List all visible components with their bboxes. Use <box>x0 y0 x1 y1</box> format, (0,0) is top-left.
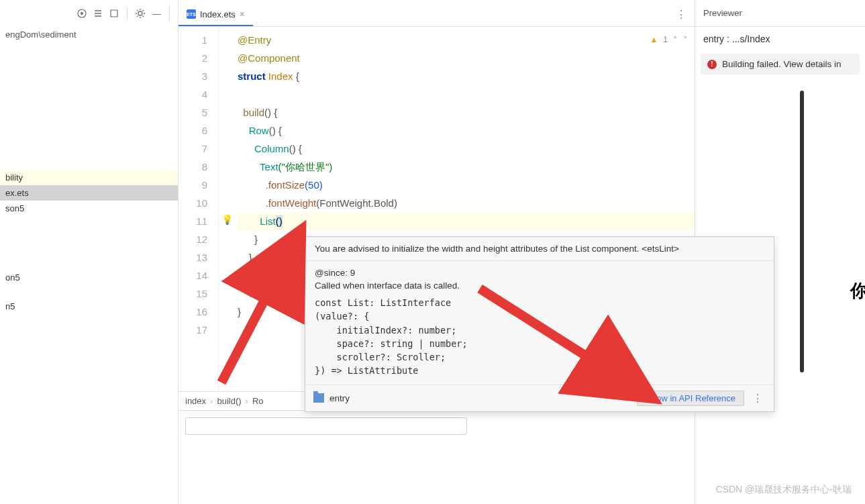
line-gutter: 1234567891011121314151617 <box>179 27 219 391</box>
tab-label: Index.ets <box>200 9 236 19</box>
preview-text: 你 <box>850 279 865 303</box>
collapse-icon[interactable] <box>92 7 104 19</box>
documentation-popup: You are advised to initialize the width … <box>305 236 774 412</box>
project-sidebar: — engDom\sediment bility ex.ets son5 on5… <box>0 0 179 504</box>
lint-advice: You are advised to initialize the width … <box>305 237 774 261</box>
inspection-widget[interactable]: ▲ 1 ˄ ˅ <box>650 31 688 49</box>
tree-item[interactable]: son5 <box>0 201 178 216</box>
svg-point-1 <box>81 12 83 15</box>
previewer-path: entry : ...s/Index <box>695 27 865 51</box>
more-icon[interactable]: ⋮ <box>750 392 766 405</box>
lightbulb-icon[interactable]: 💡 <box>221 214 233 225</box>
svg-point-2 <box>138 11 142 15</box>
chevron-right-icon: › <box>246 396 248 406</box>
folder-icon <box>313 393 324 403</box>
tree-item[interactable]: bility <box>0 170 178 185</box>
doc-module: entry <box>329 393 350 403</box>
bottom-panel <box>179 410 695 504</box>
gutter-icons: 💡 <box>219 27 238 391</box>
doc-since: @since: 9 <box>315 268 764 278</box>
editor-tabs: ETS Index.ets × ⋮ <box>179 0 695 27</box>
error-icon: ! <box>707 60 717 69</box>
ets-file-icon: ETS <box>187 9 196 19</box>
previewer-title: Previewer <box>695 0 865 27</box>
error-text: Building failed. View details in <box>722 59 842 69</box>
minimize-icon[interactable]: — <box>150 7 162 19</box>
tree-item[interactable]: ex.ets <box>0 185 178 201</box>
warning-count: 1 <box>663 31 668 49</box>
target-icon[interactable] <box>76 7 88 19</box>
doc-description: Called when interface data is called. <box>315 281 764 291</box>
sidebar-toolbar: — <box>0 0 178 27</box>
tree-item[interactable]: on5 <box>0 270 178 285</box>
breadcrumb-item[interactable]: Ro <box>252 396 264 406</box>
warning-icon: ▲ <box>650 31 658 49</box>
close-icon[interactable]: × <box>240 9 245 19</box>
chevron-up-icon[interactable]: ˄ <box>673 31 678 49</box>
gear-icon[interactable] <box>134 7 146 19</box>
watermark: CSDN @瑞晟技术服务中心-耿瑞 <box>716 484 852 496</box>
project-path: engDom\sediment <box>0 27 178 42</box>
chevron-down-icon[interactable]: ˅ <box>683 31 688 49</box>
tab-index-ets[interactable]: ETS Index.ets × <box>179 3 253 26</box>
tabs-more-icon[interactable]: ⋮ <box>668 3 695 26</box>
breadcrumb-item[interactable]: build() <box>217 396 241 406</box>
build-error-banner[interactable]: ! Building failed. View details in <box>701 54 860 74</box>
preview-scrollbar[interactable] <box>800 91 804 372</box>
chevron-right-icon: › <box>210 396 213 406</box>
expand-icon[interactable] <box>108 7 120 19</box>
show-api-reference-button[interactable]: Show in API Reference <box>637 391 744 406</box>
project-tree: bility ex.ets son5 on5 n5 <box>0 42 178 504</box>
search-input[interactable] <box>185 417 467 435</box>
doc-signature: const List: ListInterface (value?: { ini… <box>315 296 764 378</box>
tree-item[interactable]: n5 <box>0 299 178 314</box>
breadcrumb-item[interactable]: index <box>185 396 206 406</box>
